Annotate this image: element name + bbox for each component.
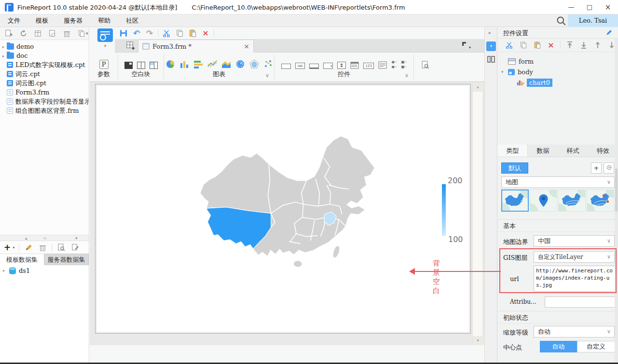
map-type-flow[interactable] <box>558 189 586 212</box>
tree-widget-icon[interactable] <box>337 62 346 69</box>
move-up-icon[interactable] <box>593 40 603 50</box>
edit-dataset-icon[interactable] <box>24 243 33 252</box>
tree-item-file[interactable]: LED式数字实现模板.cpt <box>0 60 89 69</box>
parameter-pane-icon[interactable]: P <box>99 60 109 69</box>
tab-style[interactable]: 样式 <box>558 145 588 157</box>
number-widget-icon[interactable]: 123 <box>363 63 374 69</box>
china-map-chart[interactable] <box>194 128 397 280</box>
menu-file[interactable]: 文件 <box>0 14 28 27</box>
mobile-preview-icon[interactable] <box>421 61 429 69</box>
chart-more-icon[interactable]: ∨ <box>265 72 269 79</box>
checkbox-group-widget-icon[interactable]: ▣–▣– <box>401 60 407 69</box>
widget-tree-item-form[interactable]: form <box>497 56 618 67</box>
combobox-widget-icon[interactable]: ▾ <box>323 63 333 69</box>
menu-community[interactable]: 社区 <box>118 14 146 27</box>
url-input[interactable]: http://www.finereport.com/images/index-r… <box>534 266 615 292</box>
delete-file-icon[interactable] <box>62 28 71 38</box>
template-preview-button[interactable]: ▾ <box>96 28 115 51</box>
minimize-button[interactable]: — <box>563 0 579 14</box>
panel-scrollbar[interactable] <box>615 39 618 363</box>
delete-icon[interactable]: × <box>201 28 210 38</box>
refresh-icon[interactable] <box>18 28 28 38</box>
tree-item-file[interactable]: 词云图.cpt <box>0 79 89 88</box>
attribution-input[interactable] <box>545 297 615 308</box>
absolute-block-icon[interactable] <box>150 62 158 69</box>
splitter-up-icon[interactable]: ▴ <box>25 235 27 241</box>
scroll-down-icon[interactable]: ▾ <box>473 336 483 345</box>
tab-data[interactable]: 数据 <box>528 145 558 157</box>
preview-dataset-icon[interactable] <box>56 243 66 252</box>
paste-icon[interactable] <box>188 28 197 38</box>
pie-chart-icon[interactable] <box>165 59 175 69</box>
chart-settings-button[interactable] <box>604 162 614 174</box>
add-chart-button[interactable]: + <box>591 162 602 174</box>
line-chart-icon[interactable] <box>207 59 217 69</box>
preview-dropdown-icon[interactable]: ▾ <box>96 43 115 48</box>
tab-list-icon[interactable]: ▾ <box>462 42 471 49</box>
map-boundary-select[interactable]: 中国 ∨ <box>534 235 615 247</box>
tree-item-demo[interactable]: ▸ demo <box>0 42 89 51</box>
label-widget-icon[interactable]: lab <box>295 63 305 69</box>
menu-server[interactable]: 服务器 <box>56 14 90 27</box>
expand-icon[interactable]: ▸ <box>0 54 7 58</box>
batch-edit-dataset-icon[interactable] <box>70 243 80 252</box>
collapse-right-panel-icon[interactable]: ▸ <box>489 30 491 35</box>
widget-tree-item-chart0[interactable]: chart0 <box>497 77 618 88</box>
user-account[interactable]: Leo. Tsai <box>568 14 618 27</box>
radar-chart-icon[interactable] <box>249 59 259 69</box>
tree-item-file[interactable]: 词云.cpt <box>0 69 89 79</box>
widget-settings-mode-icon[interactable]: ▾ <box>486 41 496 51</box>
template-settings-icon[interactable] <box>47 28 57 38</box>
center-auto-button[interactable]: 自动 <box>540 341 577 352</box>
collapse-icon[interactable]: ▾ <box>501 69 508 74</box>
tab-effects[interactable]: 特效 <box>588 145 618 157</box>
copy-icon[interactable] <box>175 28 184 38</box>
section-basic[interactable]: 基本 <box>497 219 615 232</box>
delete-icon[interactable]: × <box>546 40 556 50</box>
splitter-down-icon[interactable]: ▾ <box>75 235 78 241</box>
tab-block-icon[interactable] <box>137 62 145 69</box>
tab-server-dataset[interactable]: 服务器数据集 <box>44 254 89 265</box>
area-chart-icon[interactable] <box>221 59 231 69</box>
report-block-icon[interactable] <box>124 62 133 69</box>
document-tab[interactable]: Form3.frm * × <box>138 40 254 53</box>
add-dataset-dropdown-icon[interactable]: ▾ <box>13 245 14 250</box>
cut-icon[interactable] <box>504 40 514 50</box>
bar-chart-icon[interactable] <box>193 59 203 69</box>
copy-file-icon[interactable] <box>76 28 86 38</box>
scatter-chart-icon[interactable] <box>263 59 273 69</box>
textarea-widget-icon[interactable] <box>378 61 387 69</box>
move-to-top-icon[interactable] <box>565 40 575 50</box>
map-type-point[interactable] <box>530 189 557 212</box>
cut-icon[interactable] <box>162 28 171 38</box>
layout-mode-icon[interactable] <box>487 56 495 63</box>
undo-icon[interactable]: ↶ <box>132 28 141 38</box>
save-icon[interactable] <box>119 28 128 38</box>
close-button[interactable]: × <box>600 0 616 14</box>
tree-item-file[interactable]: 组合图图表区背景.frm <box>0 106 89 115</box>
close-tab-icon[interactable]: × <box>244 42 249 50</box>
template-report-icon[interactable] <box>33 28 42 38</box>
menu-help[interactable]: 帮助 <box>90 14 118 27</box>
move-to-bottom-icon[interactable] <box>579 40 589 50</box>
radio-group-widget-icon[interactable]: ◉–◉– <box>391 60 397 69</box>
form-body[interactable]: 200 100 <box>96 85 470 333</box>
textfield-widget-icon[interactable] <box>281 64 291 69</box>
search-icon[interactable] <box>556 16 566 26</box>
new-template-icon[interactable] <box>126 41 135 50</box>
dataset-item-ds1[interactable]: ▸ ds1 <box>0 265 89 276</box>
vertical-scrollbar[interactable]: ▴ ▾ <box>472 82 482 345</box>
maximize-button[interactable]: □ <box>581 0 598 14</box>
form-canvas[interactable]: 200 100 <box>95 84 471 334</box>
button-widget-icon[interactable] <box>309 64 319 69</box>
default-chart-button[interactable]: 默认 <box>501 162 528 174</box>
delete-dataset-icon[interactable] <box>38 243 47 252</box>
column-chart-icon[interactable] <box>179 59 189 69</box>
panel-splitter[interactable]: ▴ = ▾ <box>0 235 89 241</box>
copy-icon[interactable] <box>518 40 528 50</box>
tab-template-dataset[interactable]: 模板数据集 <box>0 254 44 265</box>
tab-type[interactable]: 类型 <box>497 145 528 157</box>
tree-item-file[interactable]: Form3.frm <box>0 88 89 97</box>
collapse-left-panel-icon[interactable]: ◂ <box>85 30 88 36</box>
map-type-region[interactable] <box>501 189 529 212</box>
